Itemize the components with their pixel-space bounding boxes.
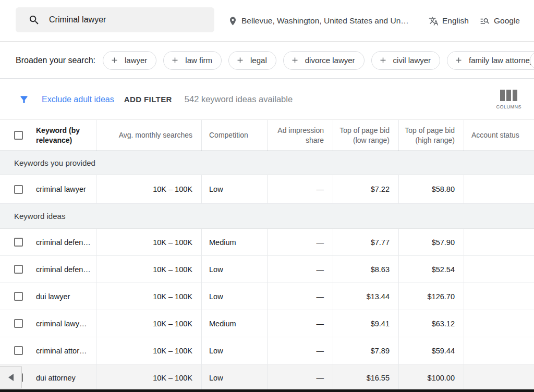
plus-icon xyxy=(110,56,119,65)
keyword-cell: criminal defen… xyxy=(36,238,91,247)
keyword-cell: criminal defen… xyxy=(36,265,91,274)
account-status-cell xyxy=(464,364,534,391)
columns-button[interactable]: COLUMNS xyxy=(496,90,521,109)
header-account-status[interactable]: Account status xyxy=(464,120,534,151)
keyword-cell: criminal lawy… xyxy=(36,320,87,328)
header-keyword[interactable]: Keyword (by relevance) xyxy=(36,126,90,144)
location-value: Bellevue, Washington, United States and … xyxy=(241,16,409,26)
row-checkbox[interactable] xyxy=(14,265,23,274)
filter-toolbar: Exclude adult ideas ADD FILTER 542 keywo… xyxy=(0,79,534,119)
chip-civil-lawyer[interactable]: civil lawyer xyxy=(371,51,441,70)
keyword-cell: dui lawyer xyxy=(36,292,70,301)
exclude-adult-ideas-link[interactable]: Exclude adult ideas xyxy=(42,95,114,104)
chip-family-law-attorney[interactable]: family law attorney xyxy=(447,51,534,70)
avg-searches-cell: 10K – 100K xyxy=(96,283,202,310)
horizontal-scroll-left-button[interactable] xyxy=(0,366,22,388)
competition-cell: Low xyxy=(202,337,268,364)
chip-label: legal xyxy=(250,56,267,65)
scroll-left-arrow-icon xyxy=(8,374,14,381)
table-row: criminal lawyer 10K – 100K Low — $7.22 $… xyxy=(0,175,534,204)
ad-impression-cell: — xyxy=(268,175,333,203)
account-status-cell xyxy=(464,337,534,364)
bid-high-cell: $126.70 xyxy=(399,283,464,310)
translate-icon xyxy=(429,16,439,26)
table-row: criminal attor… 10K – 100K Low — $7.89 $… xyxy=(0,337,534,364)
plus-icon xyxy=(236,56,245,65)
ad-impression-cell: — xyxy=(268,283,333,310)
bottom-scrollbar-track[interactable] xyxy=(0,389,534,392)
language-selector[interactable]: English xyxy=(429,0,469,42)
broaden-search-row: Broaden your search: lawyer law firm leg… xyxy=(0,42,534,79)
account-status-cell xyxy=(464,310,534,337)
chip-legal[interactable]: legal xyxy=(228,51,276,70)
manage-search-icon xyxy=(480,16,490,26)
broaden-chips: lawyer law firm legal divorce lawyer civ… xyxy=(103,51,534,70)
row-checkbox[interactable] xyxy=(14,292,23,301)
account-status-cell xyxy=(464,175,534,203)
bid-low-cell: $16.55 xyxy=(333,364,399,391)
bid-high-cell: $52.54 xyxy=(399,256,464,283)
ad-impression-cell: — xyxy=(268,256,333,283)
chip-label: divorce lawyer xyxy=(305,56,355,65)
avg-searches-cell: 10K – 100K xyxy=(96,256,202,283)
bid-low-cell: $8.63 xyxy=(333,256,399,283)
table-header-row: Keyword (by relevance) Avg. monthly sear… xyxy=(0,119,534,151)
table-row: criminal defen… 10K – 100K Medium — $7.7… xyxy=(0,229,534,256)
topbar: Criminal lawyer Bellevue, Washington, Un… xyxy=(0,0,534,42)
location-pin-icon xyxy=(228,16,238,26)
language-value: English xyxy=(442,16,469,26)
section-keyword-ideas: Keyword ideas xyxy=(0,204,534,229)
chip-label: lawyer xyxy=(125,56,147,65)
bid-high-cell: $100.00 xyxy=(399,364,464,391)
bid-high-cell: $59.44 xyxy=(399,337,464,364)
header-competition[interactable]: Competition xyxy=(202,120,268,151)
chip-divorce-lawyer[interactable]: divorce lawyer xyxy=(283,51,365,70)
row-checkbox[interactable] xyxy=(14,238,23,247)
table-row: dui attorney 10K – 100K Low — $16.55 $10… xyxy=(0,364,534,391)
section-keywords-you-provided: Keywords you provided xyxy=(0,151,534,175)
ad-impression-cell: — xyxy=(268,337,333,364)
avg-searches-cell: 10K – 100K xyxy=(96,175,202,203)
chip-label: law firm xyxy=(185,56,212,65)
add-filter-button[interactable]: ADD FILTER xyxy=(124,95,172,104)
avg-searches-cell: 10K – 100K xyxy=(96,364,202,391)
network-value: Google xyxy=(494,16,520,26)
header-bid-high[interactable]: Top of page bid (high range) xyxy=(399,120,464,151)
ad-impression-cell: — xyxy=(268,229,333,255)
bid-low-cell: $7.22 xyxy=(333,175,399,203)
bid-high-cell: $63.12 xyxy=(399,310,464,337)
keyword-results-table: Keyword (by relevance) Avg. monthly sear… xyxy=(0,119,534,391)
competition-cell: Low xyxy=(202,175,268,203)
competition-cell: Low xyxy=(202,256,268,283)
columns-icon xyxy=(500,90,517,101)
plus-icon xyxy=(290,56,299,65)
keyword-cell: dui attorney xyxy=(36,374,76,382)
keyword-cell: criminal attor… xyxy=(36,347,87,355)
row-checkbox[interactable] xyxy=(14,319,23,328)
row-checkbox[interactable] xyxy=(14,185,23,194)
bid-low-cell: $7.89 xyxy=(333,337,399,364)
chip-lawyer[interactable]: lawyer xyxy=(103,51,156,70)
account-status-cell xyxy=(464,256,534,283)
location-selector[interactable]: Bellevue, Washington, United States and … xyxy=(228,0,409,42)
chip-label: family law attorney xyxy=(469,56,533,65)
keyword-search-input[interactable]: Criminal lawyer xyxy=(16,7,214,32)
header-bid-low[interactable]: Top of page bid (low range) xyxy=(333,120,399,151)
row-checkbox[interactable] xyxy=(14,346,23,355)
search-input-value: Criminal lawyer xyxy=(49,15,106,24)
avg-searches-cell: 10K – 100K xyxy=(96,229,202,255)
avg-searches-cell: 10K – 100K xyxy=(96,310,202,337)
avg-searches-cell: 10K – 100K xyxy=(96,337,202,364)
chip-law-firm[interactable]: law firm xyxy=(163,51,222,70)
filter-funnel-icon[interactable] xyxy=(19,94,29,105)
bid-low-cell: $9.41 xyxy=(333,310,399,337)
header-avg-monthly-searches[interactable]: Avg. monthly searches xyxy=(96,120,202,151)
select-all-checkbox[interactable] xyxy=(14,131,23,140)
header-ad-impression-share[interactable]: Ad impression share xyxy=(268,120,333,151)
competition-cell: Medium xyxy=(202,310,268,337)
search-icon xyxy=(28,14,40,26)
account-status-cell xyxy=(464,283,534,310)
ad-impression-cell: — xyxy=(268,310,333,337)
competition-cell: Medium xyxy=(202,229,268,255)
search-network-selector[interactable]: Google xyxy=(480,0,520,42)
